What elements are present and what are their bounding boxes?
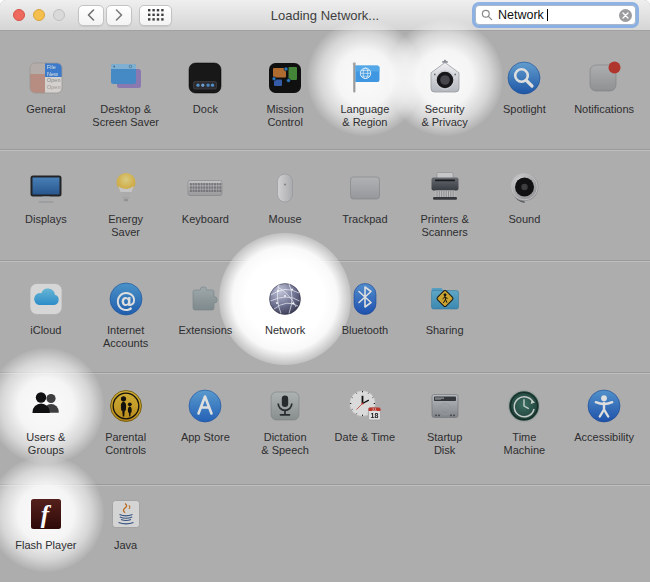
prefpane-sharing[interactable]: Sharing (405, 279, 485, 372)
prefpane-icloud[interactable]: iCloud (6, 279, 86, 372)
zoom-button-disabled[interactable] (53, 9, 65, 21)
prefpane-label: Notifications (574, 103, 634, 116)
prefpane-time-machine[interactable]: Time Machine (485, 386, 565, 484)
notifications-icon (584, 58, 624, 98)
dock-icon (185, 58, 225, 98)
preference-panes-grid: FileNewOpenOpen R GeneralDesktop & Scree… (0, 31, 650, 582)
prefpane-keyboard[interactable]: Keyboard (166, 168, 246, 260)
prefpane-parental-controls[interactable]: Parental Controls (86, 386, 166, 484)
prefpane-language-region[interactable]: Language & Region (325, 58, 405, 149)
users-groups-icon (26, 386, 66, 426)
svg-text:@: @ (115, 288, 136, 312)
minimize-button[interactable] (33, 9, 45, 21)
prefpane-notifications[interactable]: Notifications (564, 58, 644, 149)
prefpane-startup-disk[interactable]: Startup Disk (405, 386, 485, 484)
system-preferences-window: Loading Network... FileNewOpenOpen R Gen… (0, 0, 650, 582)
prefpane-label: Dock (193, 103, 218, 116)
prefpane-label: Date & Time (335, 431, 396, 444)
prefpane-label: Internet Accounts (103, 324, 148, 350)
prefpane-label: iCloud (30, 324, 61, 337)
prefpane-energy-saver[interactable]: Energy Saver (86, 168, 166, 260)
chevron-left-icon (87, 9, 95, 21)
prefpane-row-5: fFlash PlayerJava (0, 484, 650, 582)
prefpane-extensions[interactable]: Extensions (166, 279, 246, 372)
prefpane-label: Dictation & Speech (261, 431, 309, 457)
prefpane-trackpad[interactable]: Trackpad (325, 168, 405, 260)
prefpane-label: Desktop & Screen Saver (92, 103, 159, 129)
prefpane-label: Network (265, 324, 305, 337)
titlebar: Loading Network... (0, 0, 650, 31)
prefpane-row-1: FileNewOpenOpen R GeneralDesktop & Scree… (0, 31, 650, 149)
prefpane-label: Extensions (178, 324, 232, 337)
prefpane-desktop-screensaver[interactable]: Desktop & Screen Saver (86, 58, 166, 149)
trackpad-icon (345, 168, 385, 208)
prefpane-label: Printers & Scanners (420, 213, 468, 239)
prefpane-row-3: iCloud@Internet AccountsExtensionsNetwor… (0, 260, 650, 372)
prefpane-label: Flash Player (15, 539, 76, 552)
svg-text:File: File (47, 64, 56, 70)
language-region-icon (345, 58, 385, 98)
sharing-icon (425, 279, 465, 319)
text-caret (547, 9, 548, 21)
prefpane-label: App Store (181, 431, 230, 444)
prefpane-internet-accounts[interactable]: @Internet Accounts (86, 279, 166, 372)
close-button[interactable] (13, 9, 25, 21)
prefpane-date-time[interactable]: JUL18Date & Time (325, 386, 405, 484)
java-icon (106, 494, 146, 534)
prefpane-flash-player[interactable]: fFlash Player (6, 494, 86, 582)
energy-saver-icon (106, 168, 146, 208)
mouse-icon (265, 168, 305, 208)
prefpane-dock[interactable]: Dock (166, 58, 246, 149)
network-icon (265, 279, 305, 319)
prefpane-network[interactable]: Network (245, 279, 325, 372)
svg-text:Open: Open (47, 77, 60, 83)
internet-accounts-icon: @ (106, 279, 146, 319)
back-button[interactable] (78, 5, 104, 26)
prefpane-row-4: Users & GroupsParental ControlsApp Store… (0, 372, 650, 484)
show-all-button[interactable] (139, 5, 172, 26)
prefpane-row-2: DisplaysEnergy SaverKeyboardMouseTrackpa… (0, 149, 650, 260)
svg-text:New: New (47, 71, 58, 77)
prefpane-spotlight[interactable]: Spotlight (485, 58, 565, 149)
keyboard-icon (185, 168, 225, 208)
spotlight-icon (504, 58, 544, 98)
prefpane-label: General (26, 103, 65, 116)
prefpane-displays[interactable]: Displays (6, 168, 86, 260)
forward-button[interactable] (106, 5, 132, 26)
prefpane-bluetooth[interactable]: Bluetooth (325, 279, 405, 372)
prefpane-security-privacy[interactable]: Security & Privacy (405, 58, 485, 149)
traffic-lights (13, 9, 65, 21)
prefpane-dictation-speech[interactable]: Dictation & Speech (245, 386, 325, 484)
svg-text:Open R: Open R (47, 84, 66, 90)
prefpane-label: Java (114, 539, 137, 552)
svg-text:JUL: JUL (372, 408, 377, 412)
prefpane-app-store[interactable]: App Store (166, 386, 246, 484)
clear-search-button[interactable] (619, 9, 632, 22)
chevron-right-icon (115, 9, 123, 21)
dictation-speech-icon (265, 386, 305, 426)
prefpane-label: Sound (508, 213, 540, 226)
prefpane-mission-control[interactable]: Mission Control (245, 58, 325, 149)
prefpane-accessibility[interactable]: Accessibility (564, 386, 644, 484)
accessibility-icon (584, 386, 624, 426)
window-title: Loading Network... (271, 8, 379, 23)
security-privacy-icon (425, 58, 465, 98)
prefpane-printers-scanners[interactable]: Printers & Scanners (405, 168, 485, 260)
startup-disk-icon (425, 386, 465, 426)
prefpane-java[interactable]: Java (86, 494, 166, 582)
prefpane-label: Spotlight (503, 103, 546, 116)
magnifier-icon (481, 9, 493, 21)
prefpane-label: Parental Controls (105, 431, 146, 457)
prefpane-label: Mouse (269, 213, 302, 226)
prefpane-label: Time Machine (504, 431, 546, 457)
bluetooth-icon (345, 279, 385, 319)
prefpane-sound[interactable]: Sound (485, 168, 565, 260)
prefpane-label: Trackpad (342, 213, 387, 226)
prefpane-mouse[interactable]: Mouse (245, 168, 325, 260)
nav-buttons (78, 5, 132, 26)
prefpane-label: Language & Region (340, 103, 389, 129)
search-input[interactable] (475, 5, 636, 25)
prefpane-label: Startup Disk (427, 431, 462, 457)
prefpane-users-groups[interactable]: Users & Groups (6, 386, 86, 484)
prefpane-general[interactable]: FileNewOpenOpen R General (6, 58, 86, 149)
